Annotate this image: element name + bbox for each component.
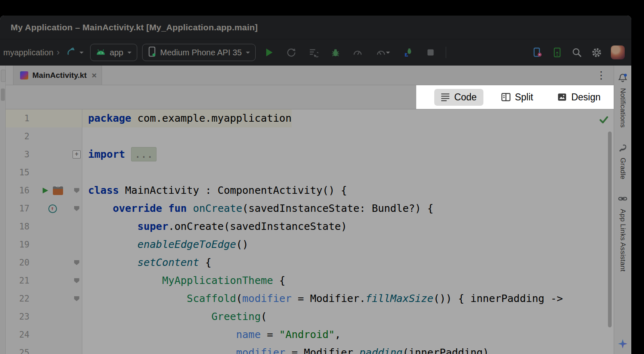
code-text: import ... <box>82 145 156 163</box>
fold-column <box>71 236 82 254</box>
code-text: name = "Android", <box>82 326 341 344</box>
line-number[interactable]: 24 <box>6 326 34 344</box>
settings-button[interactable] <box>588 45 605 60</box>
code-line-18[interactable]: 18 super.onCreate(savedInstanceState) <box>6 218 614 236</box>
view-mode-code-button[interactable]: Code <box>434 89 483 106</box>
fold-column <box>71 200 82 218</box>
fold-column <box>71 127 82 145</box>
code-view-label: Code <box>454 92 477 103</box>
code-line-25[interactable]: 25 modifier = Modifier.padding(innerPadd… <box>6 344 614 354</box>
line-number[interactable]: 1 <box>6 109 34 127</box>
fold-collapse-icon[interactable] <box>74 260 79 265</box>
code-text: package com.example.myapplication <box>82 109 292 127</box>
project-name: myapplication <box>3 48 53 57</box>
stop-button[interactable] <box>422 45 439 60</box>
compose-preview-gutter-icon[interactable]: <> <box>53 186 63 195</box>
vcs-widget-button[interactable] <box>65 47 85 58</box>
code-line-19[interactable]: 19 enableEdgeToEdge() <box>6 236 614 254</box>
main-toolbar: myapplication › app Medium Phone API 35 <box>0 39 631 66</box>
code-line-24[interactable]: 24 name = "Android", <box>6 326 614 344</box>
vcs-widget-icon <box>66 47 77 58</box>
fold-collapse-icon[interactable] <box>74 188 79 193</box>
chevron-down-icon <box>79 52 84 56</box>
editor-scrollbar[interactable] <box>608 132 612 327</box>
running-devices-button[interactable] <box>549 45 566 60</box>
line-number[interactable]: 17 <box>6 200 34 218</box>
line-number[interactable]: 20 <box>6 254 34 272</box>
tab-close-icon[interactable]: × <box>92 71 97 79</box>
toolwindow-gradle[interactable]: Gradle <box>618 143 628 179</box>
gutter-icons <box>34 272 71 290</box>
code-text <box>82 163 88 182</box>
apply-changes-button[interactable] <box>283 45 300 60</box>
tab-label: MainActivity.kt <box>32 71 87 80</box>
code-text: super.onCreate(savedInstanceState) <box>82 218 347 236</box>
profiler-button[interactable] <box>349 45 366 60</box>
device-selector[interactable]: Medium Phone API 35 <box>142 44 256 61</box>
code-line-22[interactable]: 22 Scaffold(modifier = Modifier.fillMaxS… <box>6 290 614 308</box>
left-stripe-toolwindow-icon[interactable] <box>1 88 5 101</box>
fold-expand-icon[interactable]: + <box>73 150 81 159</box>
line-number[interactable]: 21 <box>6 272 34 290</box>
code-line-23[interactable]: 23 Greeting( <box>6 308 614 326</box>
line-number[interactable]: 2 <box>6 127 34 145</box>
toolwindow-app-links-assistant[interactable]: App Links Assistant <box>618 194 628 272</box>
user-avatar[interactable] <box>611 45 625 59</box>
line-number[interactable]: 18 <box>6 218 34 236</box>
gutter-icons <box>34 254 71 272</box>
profile-low-overhead-button[interactable] <box>371 45 395 60</box>
toolwindow-label: App Links Assistant <box>619 209 627 272</box>
device-manager-button[interactable] <box>529 45 546 60</box>
window-titlebar[interactable]: My Application – MainActivity.kt [My_App… <box>0 16 631 39</box>
line-number[interactable]: 25 <box>6 344 34 354</box>
gutter-icons <box>34 218 71 236</box>
debug-button[interactable] <box>327 45 344 60</box>
code-line-2[interactable]: 2 <box>6 127 614 145</box>
bell-icon <box>618 73 628 84</box>
apply-code-changes-button[interactable] <box>305 45 322 60</box>
line-number[interactable]: 3 <box>6 145 34 163</box>
run-gutter-icon[interactable] <box>42 187 49 194</box>
fold-collapse-icon[interactable] <box>74 278 79 283</box>
code-line-20[interactable]: 20 setContent { <box>6 254 614 272</box>
code-line-1[interactable]: 1package com.example.myapplication <box>6 109 614 127</box>
gemini-sparkle-icon[interactable] <box>617 338 628 354</box>
toolwindow-label: Gradle <box>619 158 627 179</box>
view-mode-design-button[interactable]: Design <box>551 89 607 106</box>
line-number[interactable]: 15 <box>6 163 34 182</box>
tab-mainactivity[interactable]: MainActivity.kt × <box>13 66 102 85</box>
code-view-icon <box>441 93 450 101</box>
fold-collapse-icon[interactable] <box>74 296 79 301</box>
attach-debugger-button[interactable] <box>400 45 417 60</box>
code-line-21[interactable]: 21 MyApplicationTheme { <box>6 272 614 290</box>
split-view-icon <box>501 93 510 101</box>
gutter-icons <box>34 145 71 163</box>
window-body: MainActivity.kt × ⋮ Code <box>0 66 631 354</box>
project-breadcrumb[interactable]: myapplication › <box>3 48 60 57</box>
line-number[interactable]: 16 <box>6 182 34 200</box>
code-editor[interactable]: 1package com.example.myapplication23+imp… <box>6 109 614 354</box>
line-number[interactable]: 19 <box>6 236 34 254</box>
code-line-3[interactable]: 3+import ... <box>6 145 614 163</box>
run-configuration-selector[interactable]: app <box>90 44 137 61</box>
tab-options-kebab-icon[interactable]: ⋮ <box>589 70 614 80</box>
fold-collapse-icon[interactable] <box>74 206 79 211</box>
code-line-16[interactable]: 16<>class MainActivity : ComponentActivi… <box>6 182 614 200</box>
gutter-icons <box>34 326 71 344</box>
run-button[interactable] <box>261 45 278 60</box>
gutter-icons: <> <box>34 182 71 200</box>
code-text: enableEdgeToEdge() <box>82 236 248 254</box>
gutter-icons: ↑ <box>34 200 71 218</box>
toolwindow-notifications[interactable]: Notifications <box>618 73 628 128</box>
code-line-17[interactable]: 17↑ override fun onCreate(savedInstanceS… <box>6 200 614 218</box>
left-stripe-toolwindow-icon[interactable] <box>1 70 6 82</box>
fold-column <box>71 109 82 127</box>
search-button[interactable] <box>568 45 585 60</box>
line-number[interactable]: 23 <box>6 308 34 326</box>
inspections-ok-check-icon[interactable] <box>599 115 609 127</box>
view-mode-split-button[interactable]: Split <box>495 89 540 106</box>
code-line-15[interactable]: 15 <box>6 163 614 182</box>
code-text: Scaffold(modifier = Modifier.fillMaxSize… <box>82 290 563 308</box>
overrides-method-gutter-icon[interactable]: ↑ <box>48 204 57 213</box>
line-number[interactable]: 22 <box>6 290 34 308</box>
